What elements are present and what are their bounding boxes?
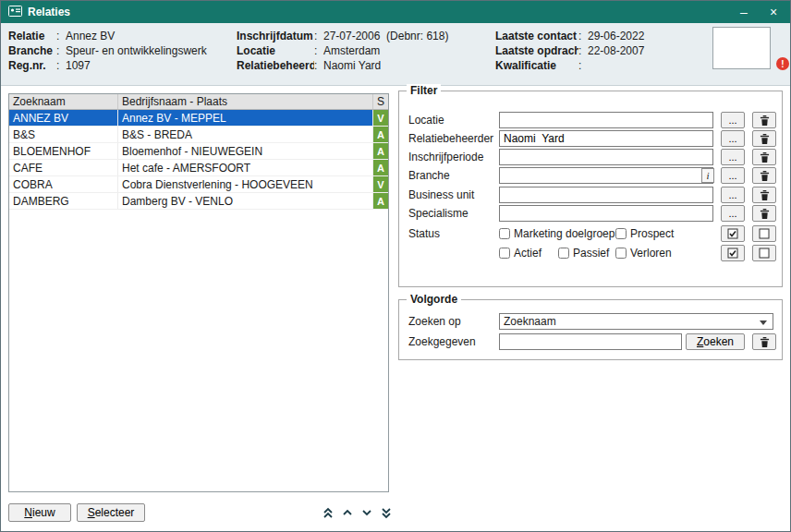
inschrijfdatum-value: 27-07-2006 (Debnr: 618) [323,29,448,43]
alert-icon[interactable]: ! [776,57,789,70]
window-title: Relaties [28,6,70,18]
cell-bedrijfsnaam: B&S - BREDA [118,127,373,142]
trash-icon[interactable] [752,167,776,184]
branche-label: Branche [8,43,56,58]
column-header-bedrijfsnaam[interactable]: Bedrijfsnaam - Plaats [118,94,373,109]
cell-zoeknaam: B&S [9,127,118,142]
branche-value: Speur- en ontwikkelingswerk [66,43,207,58]
cell-zoeknaam: ANNEZ BV [9,110,118,126]
filter-inschrijfperiode-input[interactable] [499,149,713,165]
trash-icon[interactable] [752,149,776,165]
selecteer-button[interactable]: Selecteer [77,503,145,522]
deselect-all-icon[interactable] [752,245,776,261]
cell-status: A [373,160,388,175]
zoekgegeven-input[interactable] [499,333,682,350]
status-passief-checkbox[interactable]: Passief [558,246,609,260]
zoeken-op-label: Zoeken op [408,313,461,330]
table-row[interactable]: CAFE Het cafe - AMERSFOORT A [9,160,388,176]
laatste-opdracht-value: 22-08-2007 [588,43,644,58]
relatie-value: Annez BV [66,29,115,43]
photo-placeholder [712,27,771,69]
record-header: Relatie:Annez BV Branche:Speur- en ontwi… [1,23,790,86]
column-header-status[interactable]: S [373,94,388,109]
relaties-window: Relaties – × Relatie:Annez BV Branche:Sp… [0,0,791,532]
filter-locatie-input[interactable] [499,112,713,128]
browse-button[interactable]: ... [721,112,745,128]
browse-button[interactable]: ... [721,187,745,203]
header-column-1: Relatie:Annez BV Branche:Speur- en ontwi… [8,29,207,73]
browse-button[interactable]: ... [721,130,745,147]
cell-zoeknaam: CAFE [9,160,118,175]
info-icon[interactable]: i [701,168,714,183]
scroll-bottom-icon[interactable] [377,503,395,522]
trash-icon[interactable] [752,333,776,350]
locatie-label: Locatie [237,43,314,58]
filter-group: Filter Locatie ... Relatiebeheerder ... … [398,91,783,287]
table-row[interactable]: BLOEMENHOF Bloemenhof - NIEUWEGEIN A [9,143,388,160]
filter-branche-label: Branche [408,167,450,184]
relatiebeheerder-value: Naomi Yard [323,58,381,73]
filter-business-unit-input[interactable] [499,187,713,203]
filter-relatiebeheerder-input[interactable] [499,130,713,147]
close-icon[interactable]: × [766,1,781,23]
select-all-icon[interactable] [721,245,745,261]
trash-icon[interactable] [752,130,776,147]
cell-zoeknaam: BLOEMENHOF [9,143,118,159]
scroll-up-icon[interactable] [338,503,356,522]
deselect-all-icon[interactable] [752,225,776,242]
table-header[interactable]: Zoeknaam Bedrijfsnaam - Plaats S [9,94,388,110]
table-row[interactable]: COBRA Cobra Dienstverlening - HOOGEVEEN … [9,176,388,193]
cell-status: V [373,176,388,192]
zoekgegeven-label: Zoekgegeven [408,333,476,350]
cell-status: A [373,127,388,142]
select-all-icon[interactable] [721,225,745,242]
filter-inschrijfperiode-label: Inschrijfperiode [408,149,483,165]
zoeken-op-select[interactable]: Zoeknaam [499,313,773,330]
locatie-value: Amsterdam [323,43,380,58]
filter-business-unit-label: Business unit [408,187,474,203]
trash-icon[interactable] [752,187,776,203]
cell-bedrijfsnaam: Cobra Dienstverlening - HOOGEVEEN [118,176,373,192]
status-actief-checkbox[interactable]: Actief [499,246,542,260]
column-header-zoeknaam[interactable]: Zoeknaam [9,94,118,109]
cell-bedrijfsnaam: Bloemenhof - NIEUWEGEIN [118,143,373,159]
trash-icon[interactable] [752,112,776,128]
cell-bedrijfsnaam: Het cafe - AMERSFOORT [118,160,373,175]
status-verloren-checkbox[interactable]: Verloren [615,246,672,260]
table-row[interactable]: ANNEZ BV Annez BV - MEPPEL V [9,110,388,127]
kwalificatie-label: Kwalificatie [495,58,578,73]
nieuw-button[interactable]: Nieuw [8,503,71,522]
browse-button[interactable]: ... [721,167,745,184]
title-bar: Relaties – × [1,1,790,23]
trash-icon[interactable] [752,205,776,222]
status-marketing-doelgroep-checkbox[interactable]: Marketing doelgroep [499,226,615,241]
scroll-down-icon[interactable] [358,503,375,522]
filter-status-label: Status [408,225,440,242]
laatste-contact-label: Laatste contact [495,29,578,43]
volgorde-legend: Volgorde [407,293,461,306]
filter-specialisme-label: Specialisme [408,205,469,222]
laatste-contact-value: 29-06-2022 [588,29,644,43]
zoeken-button[interactable]: Zoeken [686,333,745,350]
header-column-2: Inschrijfdatum:27-07-2006 (Debnr: 618) L… [237,29,448,73]
filter-specialisme-input[interactable] [499,205,713,222]
relations-table: Zoeknaam Bedrijfsnaam - Plaats S ANNEZ B… [8,93,389,492]
minimize-icon[interactable]: – [736,1,751,23]
volgorde-group: Volgorde Zoeken op Zoeknaam Zoekgegeven … [398,299,783,360]
chevron-down-icon [760,320,767,325]
browse-button[interactable]: ... [721,149,745,165]
filter-branche-input[interactable] [499,167,713,184]
status-prospect-checkbox[interactable]: Prospect [615,226,674,241]
regnr-value: 1097 [66,58,91,73]
laatste-opdracht-label: Laatste opdracht [495,43,578,58]
cell-bedrijfsnaam: Annez BV - MEPPEL [118,110,373,126]
cell-bedrijfsnaam: Damberg BV - VENLO [118,193,373,209]
inschrijfdatum-label: Inschrijfdatum [237,29,314,43]
table-row[interactable]: B&S B&S - BREDA A [9,127,388,143]
browse-button[interactable]: ... [721,205,745,222]
table-row[interactable]: DAMBERG Damberg BV - VENLO A [9,193,388,210]
scroll-top-icon[interactable] [319,503,336,522]
regnr-label: Reg.nr. [8,58,56,73]
filter-relatiebeheerder-label: Relatiebeheerder [408,130,493,147]
relatiebeheerder-label: Relatiebeheerder [237,58,314,73]
